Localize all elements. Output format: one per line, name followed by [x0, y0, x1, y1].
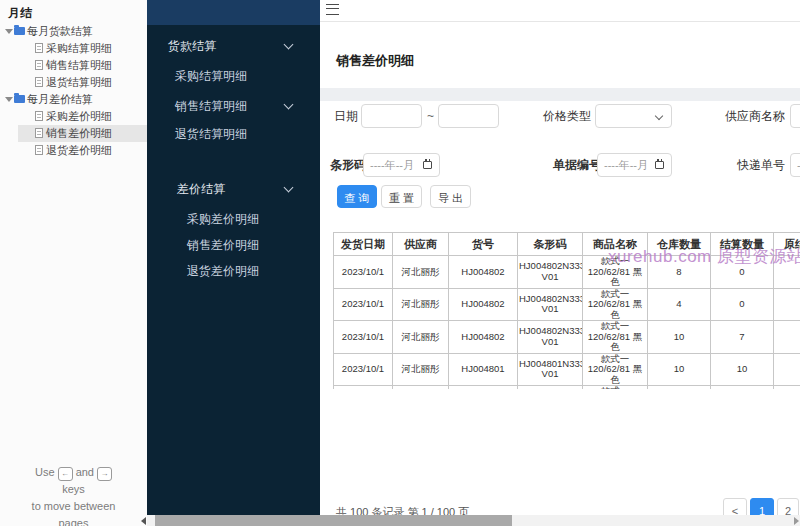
table-row: 2023/10/1河北丽彤HJ004801HJ004801N333 V01款式一…	[334, 353, 800, 386]
document-icon	[35, 128, 43, 138]
cell: 2023/10/1	[334, 353, 393, 386]
arrow-right-keycap-icon: →	[97, 467, 112, 481]
scrollbar-right-arrow-icon[interactable]	[794, 517, 799, 525]
table-row: 2023/10/1河北丽彤HJ004802HJ004802N333 V01款式一…	[334, 288, 800, 321]
hint-word-keys: keys	[62, 483, 85, 495]
tree-item-purchase-price-diff[interactable]: 采购差价明细	[0, 108, 147, 125]
cell: 款式一 120/62/81 黑色	[583, 288, 648, 321]
price-type-label: 价格类型	[543, 104, 591, 128]
main-topbar	[320, 0, 800, 22]
tracking-no-month-picker[interactable]: ----年--月	[790, 153, 800, 177]
order-no-label: 单据编号	[553, 153, 601, 177]
supplier-name-input[interactable]	[790, 104, 800, 128]
table-row: 2023/10/1河北丽彤HJ004802HJ004802N333 V01款式一…	[334, 321, 800, 354]
cell: 河北丽彤	[393, 386, 449, 390]
month-placeholder: ----年--月	[604, 159, 648, 171]
menu-item-sales-settlement[interactable]: 销售结算明细	[175, 98, 247, 115]
menu-item-return-settlement[interactable]: 退货结算明细	[175, 126, 247, 143]
export-button[interactable]: 导 出	[430, 185, 471, 208]
document-icon	[35, 145, 43, 155]
results-table-container: 发货日期 供应商 货号 条形码 商品名称 仓库数量 结算数量 原结 2023/1…	[333, 232, 800, 389]
scrollbar-thumb[interactable]	[155, 515, 512, 526]
barcode-label: 条形码	[330, 153, 366, 177]
menu-item-sales-price-diff[interactable]: 销售差价明细	[187, 237, 259, 254]
cell: HJ004801N333 V01	[518, 353, 583, 386]
cell: 8	[648, 256, 711, 289]
tree-item-purchase-settlement[interactable]: 采购结算明细	[0, 40, 147, 57]
tree-item-label: 采购差价明细	[46, 108, 112, 125]
menu-item-return-price-diff[interactable]: 退货差价明细	[187, 263, 259, 280]
search-button[interactable]: 查 询	[337, 185, 377, 208]
col-item-no: 货号	[449, 233, 518, 256]
tree-item-return-settlement[interactable]: 退货结算明细	[0, 74, 147, 91]
hint-word-use: Use	[35, 466, 55, 478]
menu-section-price-diff-settlement[interactable]: 差价结算	[177, 181, 225, 198]
tree-node-monthly-payment[interactable]: 每月货款结算	[0, 23, 147, 40]
table-header-row: 发货日期 供应商 货号 条形码 商品名称 仓库数量 结算数量 原结	[334, 233, 800, 256]
folder-icon	[14, 27, 25, 35]
cell: 款式一 120/62/81 黑色	[583, 353, 648, 386]
document-icon	[35, 43, 43, 53]
tree-item-return-price-diff[interactable]: 退货差价明细	[0, 142, 147, 159]
chevron-down-icon[interactable]	[284, 100, 294, 110]
keyboard-hint: Use ← and → keys to move between pages	[0, 464, 147, 526]
tree-item-label: 退货差价明细	[46, 142, 112, 159]
cell: 河北丽彤	[393, 353, 449, 386]
section-divider-band	[320, 88, 800, 101]
order-no-month-picker[interactable]: ----年--月	[597, 153, 672, 177]
cell: HJ004801	[449, 353, 518, 386]
scrollbar-left-arrow-icon[interactable]	[141, 517, 146, 525]
cell: 10	[711, 353, 774, 386]
cell: 0	[711, 256, 774, 289]
date-to-input[interactable]	[438, 104, 499, 128]
cell: 款式一 120/62/81 黑色	[583, 256, 648, 289]
col-barcode: 条形码	[518, 233, 583, 256]
date-range-separator: ~	[427, 104, 434, 128]
col-product-name: 商品名称	[583, 233, 648, 256]
cell: 0	[711, 386, 774, 390]
hint-line3: pages	[59, 517, 89, 526]
sidebar-header-strip	[147, 0, 320, 25]
cell: 款式一 120/62/81 黑色	[583, 386, 648, 390]
expander-icon[interactable]	[5, 29, 13, 34]
tree-item-label: 销售差价明细	[46, 125, 112, 142]
month-placeholder: ----年--月	[370, 159, 414, 171]
col-original-settle: 原结	[774, 233, 800, 256]
col-ship-date: 发货日期	[334, 233, 393, 256]
page-title: 销售差价明细	[336, 52, 414, 70]
sitemap-tree: 每月货款结算 采购结算明细 销售结算明细 退货结算明细 每月差价结算 采购差价明…	[0, 23, 147, 159]
menu-item-purchase-settlement[interactable]: 采购结算明细	[175, 68, 247, 85]
expander-icon[interactable]	[5, 97, 13, 102]
tree-node-label: 每月货款结算	[27, 23, 93, 40]
horizontal-scrollbar[interactable]	[147, 515, 800, 526]
menu-section-label: 货款结算	[168, 39, 216, 53]
date-from-input[interactable]	[361, 104, 422, 128]
sidebar-collapse-icon[interactable]	[326, 4, 339, 15]
chevron-down-icon[interactable]	[284, 183, 294, 193]
cell	[774, 256, 800, 289]
document-icon	[35, 60, 43, 70]
price-type-select[interactable]	[595, 104, 672, 128]
cell	[774, 288, 800, 321]
tree-item-label: 采购结算明细	[46, 40, 112, 57]
barcode-month-picker[interactable]: ----年--月	[363, 153, 440, 177]
cell: 0	[711, 288, 774, 321]
tracking-no-label: 快递单号	[737, 153, 785, 177]
cell: HJ004802N333 V01	[518, 321, 583, 354]
menu-section-payment-settlement[interactable]: 货款结算	[168, 38, 216, 55]
reset-button[interactable]: 重 置	[381, 185, 422, 208]
tree-node-label: 每月差价结算	[27, 91, 93, 108]
menu-item-purchase-price-diff[interactable]: 采购差价明细	[187, 211, 259, 228]
cell	[774, 321, 800, 354]
tree-node-monthly-price-diff[interactable]: 每月差价结算	[0, 91, 147, 108]
hint-word-and: and	[76, 466, 94, 478]
chevron-down-icon[interactable]	[284, 40, 294, 50]
cell: 款式一 120/62/81 黑色	[583, 321, 648, 354]
cell: 7	[711, 321, 774, 354]
tree-item-sales-settlement[interactable]: 销售结算明细	[0, 57, 147, 74]
cell: 2023/10/1	[334, 288, 393, 321]
tree-item-sales-price-diff-selected[interactable]: 销售差价明细	[18, 125, 147, 142]
cell: 1	[648, 386, 711, 390]
cell: 4	[648, 288, 711, 321]
cell: 河北丽彤	[393, 288, 449, 321]
